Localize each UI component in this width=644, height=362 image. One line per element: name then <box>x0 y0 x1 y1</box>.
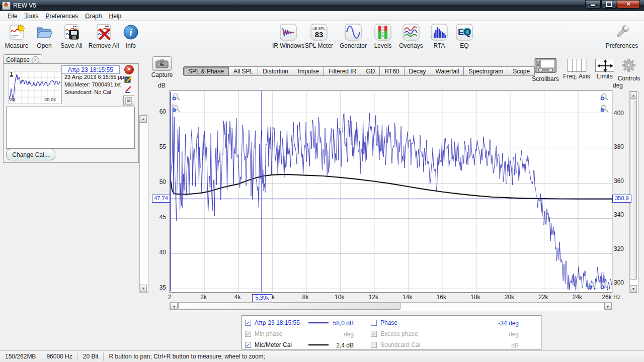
plot-scroll-down-arrow[interactable]: ▼ <box>630 285 637 293</box>
legend-label: Soundcard Cal <box>380 341 420 348</box>
title-bar[interactable]: REW V5 ✕ <box>0 0 644 11</box>
zoom-out-y-icon[interactable] <box>172 105 181 113</box>
plot-v-scrollbar[interactable]: ▲ ▼ <box>629 91 638 293</box>
limits-button[interactable]: Limits <box>595 59 614 80</box>
maximize-button[interactable] <box>601 0 616 9</box>
thumbnail-freq-min: 20 <box>10 97 15 102</box>
scroll-up-arrow[interactable]: ▲ <box>140 115 147 123</box>
tab-spl-phase[interactable]: SPL & Phase <box>183 66 229 76</box>
capture-button[interactable] <box>152 56 172 71</box>
cursor-deg-readout: 350,9 <box>612 195 631 203</box>
tab-waterfall[interactable]: Waterfall <box>431 66 464 76</box>
axis-tick-label: 8k <box>302 294 309 301</box>
plot-h-scrollbar[interactable]: ◄ ► <box>170 302 612 311</box>
legend-row-phase[interactable]: Phase <box>371 319 397 327</box>
camera-icon <box>155 59 169 68</box>
app-icon <box>2 2 11 10</box>
tab-impulse[interactable]: Impulse <box>293 66 324 76</box>
preferences-button[interactable]: Preferences <box>601 23 643 49</box>
soundcard-cal-checkbox <box>371 342 377 348</box>
legend-row-excess-phase[interactable]: ✓ Excess phase <box>371 330 418 338</box>
menu-bar: File Tools Preferences Graph Help <box>0 11 644 21</box>
axis-tick-label: 12k <box>369 294 378 301</box>
legend-row-min-phase[interactable]: ✓ Min phase <box>245 330 282 338</box>
zoom-out-right-y-icon[interactable] <box>600 105 609 113</box>
menu-help[interactable]: Help <box>105 12 125 21</box>
measurement-list-scrollbar[interactable]: ▲ ▼ <box>139 115 148 293</box>
axis-tick-label: 2 <box>168 294 172 301</box>
minimize-button[interactable] <box>585 0 601 9</box>
capture-label: Capture <box>151 71 173 78</box>
spl-meter-value: 83 <box>315 30 324 39</box>
window-title: REW V5 <box>13 2 36 9</box>
legend-value: -34 deg <box>473 320 519 327</box>
scroll-down-arrow[interactable]: ▼ <box>140 285 147 292</box>
save-all-icon <box>62 23 80 41</box>
legend-label: Mic/Meter Cal <box>255 341 292 348</box>
menu-tools[interactable]: Tools <box>21 12 42 21</box>
measurement-checkbox[interactable]: ✓ <box>245 320 251 326</box>
measurement-mic-meter: Mic/Meter: 7000491.txt <box>64 81 124 87</box>
axis-tick-label: 10k <box>335 294 344 301</box>
zoom-in-x-icon[interactable] <box>600 282 609 290</box>
legend-value: dB <box>473 342 519 349</box>
change-cal-button[interactable]: Change Cal... <box>6 149 55 160</box>
menu-file[interactable]: File <box>4 12 21 21</box>
axis-tick-label: 4k <box>234 294 241 301</box>
spl-phase-plot[interactable] <box>170 90 612 293</box>
legend-row-measurement[interactable]: ✓ Απρ 23 18:15:55 <box>245 319 300 327</box>
axis-tick-label: 16k <box>437 294 446 301</box>
trace-style-button[interactable] <box>124 85 132 95</box>
info-button[interactable]: i Info <box>110 23 152 49</box>
plot-scroll-left-arrow[interactable]: ◄ <box>170 303 178 310</box>
tab-all-spl[interactable]: All SPL <box>229 66 258 76</box>
measurement-name-input[interactable] <box>61 65 120 74</box>
edit-trace-button[interactable] <box>124 75 132 85</box>
menu-graph[interactable]: Graph <box>82 12 105 21</box>
axis-tick-label: 60 <box>151 108 166 115</box>
tab-gd[interactable]: GD <box>361 66 380 76</box>
legend-row-mic-meter-cal[interactable]: ✓ Mic/Meter Cal <box>245 341 292 349</box>
plot-scroll-up-arrow[interactable]: ▲ <box>630 92 637 99</box>
axis-tick-label: 340 <box>614 211 624 218</box>
sample-rate-status: 96000 Hz <box>41 352 77 361</box>
axis-tick-label: 45 <box>151 214 166 221</box>
measurement-date: 23 Απρ 2013 6:15:55 μμ <box>64 74 124 80</box>
tab-scope[interactable]: Scope <box>508 66 535 76</box>
save-all-label: Save All <box>60 42 82 49</box>
controls-button[interactable]: Controls <box>618 58 640 82</box>
svg-text:i: i <box>129 27 132 38</box>
plot-v-scrollbar-thumb[interactable] <box>630 100 637 280</box>
limits-label: Limits <box>597 73 612 80</box>
zoom-out-x-icon[interactable] <box>588 282 597 290</box>
axis-tick-label: 360 <box>614 177 624 185</box>
tab-decay[interactable]: Decay <box>405 66 431 76</box>
tab-filtered-ir[interactable]: Filtered IR <box>324 66 361 76</box>
spl-meter-label: SPL Meter <box>305 42 333 49</box>
eq-label: EQ <box>460 42 468 49</box>
notes-button[interactable] <box>123 95 134 106</box>
phase-checkbox[interactable] <box>371 320 377 326</box>
tab-spectrogram[interactable]: Spectrogram <box>464 66 508 76</box>
mic-meter-cal-checkbox[interactable]: ✓ <box>245 342 251 348</box>
zoom-in-right-y-icon[interactable] <box>600 93 609 102</box>
tab-distortion[interactable]: Distortion <box>258 66 293 76</box>
plot-h-scrollbar-thumb[interactable] <box>178 303 400 310</box>
scrollbars-button[interactable]: Scrollbars <box>532 58 558 82</box>
eq-button[interactable]: EQ EQ <box>443 23 486 49</box>
axis-tick-label: 320 <box>614 245 624 252</box>
plot-scroll-right-arrow[interactable]: ► <box>604 303 612 310</box>
menu-preferences[interactable]: Preferences <box>42 12 82 21</box>
tab-rt60[interactable]: RT60 <box>380 66 404 76</box>
axis-tick-label: 24k <box>573 294 582 301</box>
legend-row-soundcard-cal[interactable]: Soundcard Cal <box>371 341 420 349</box>
zoom-in-y-icon[interactable] <box>172 93 181 102</box>
controls-gear-icon <box>621 58 636 74</box>
notes-textarea[interactable] <box>6 107 135 149</box>
eq-icon: EQ <box>455 23 473 41</box>
freq-axis-button[interactable]: Freq. Axis <box>563 59 590 80</box>
close-button[interactable]: ✕ <box>617 0 640 9</box>
freq-axis-label: Freq. Axis <box>563 73 590 80</box>
delete-measurement-button[interactable]: ✕ <box>124 65 134 74</box>
generator-icon <box>344 23 362 41</box>
